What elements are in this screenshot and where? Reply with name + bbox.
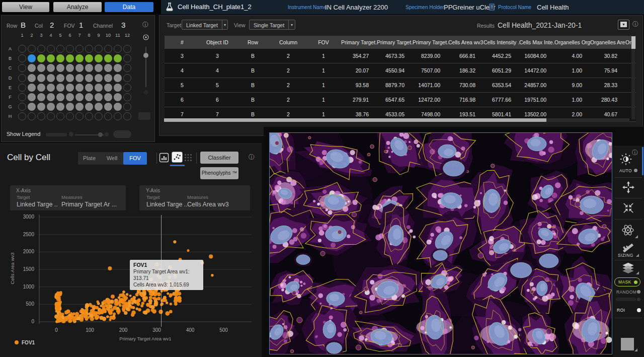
well-F2[interactable] (28, 93, 36, 101)
scatter-point[interactable] (80, 316, 84, 320)
well-F4[interactable] (47, 93, 55, 101)
scatter-point[interactable] (173, 240, 176, 243)
expand-corner[interactable] (635, 235, 638, 238)
column-header[interactable]: Primary Target… (377, 39, 413, 45)
rail-scroll-indicator[interactable] (642, 147, 643, 175)
scatter-point[interactable] (131, 311, 136, 315)
column-header[interactable]: Cells Area wv3 (448, 39, 484, 45)
well-A11[interactable] (114, 45, 122, 53)
scatter-point[interactable] (209, 254, 213, 258)
well-D7[interactable] (75, 74, 84, 82)
well-F12[interactable] (123, 93, 131, 101)
scatter-point[interactable] (149, 296, 152, 300)
column-header[interactable]: Organelles Org… (554, 39, 590, 45)
scatter-point[interactable] (111, 295, 115, 299)
well-D12[interactable] (123, 74, 131, 82)
expand-corner[interactable] (636, 254, 639, 257)
well-visibility-icon[interactable] (142, 34, 149, 41)
well-E3[interactable] (37, 84, 45, 92)
well-C10[interactable] (104, 64, 112, 72)
well-D3[interactable] (37, 74, 45, 82)
well-A6[interactable] (66, 45, 74, 53)
well-C3[interactable] (37, 64, 45, 72)
legend-label[interactable]: FOV1 (22, 340, 35, 345)
export-results-button[interactable]: ▼ (618, 20, 629, 30)
well-A5[interactable] (56, 45, 64, 53)
scatter-point[interactable] (97, 302, 100, 305)
scatter-point[interactable] (100, 316, 104, 320)
column-header[interactable]: Cells Max Inte… (519, 39, 554, 45)
scatter-point[interactable] (153, 297, 156, 300)
scatter-point[interactable] (124, 311, 127, 315)
table-row[interactable]: 66B21279.916547.6512472.00716.986777.661… (165, 93, 636, 107)
well-G7[interactable] (75, 103, 84, 111)
scatter-point[interactable] (109, 311, 113, 315)
scatter-point[interactable] (95, 317, 98, 320)
well-E11[interactable] (114, 84, 122, 92)
well-G12[interactable] (123, 103, 131, 111)
results-info-icon[interactable]: ⓘ (632, 21, 638, 27)
brightness-contrast-icon[interactable] (619, 153, 632, 166)
scatter-point[interactable] (122, 291, 125, 294)
well-F7[interactable] (75, 93, 84, 101)
layers-icon[interactable] (621, 262, 635, 275)
well-H4[interactable] (47, 112, 55, 120)
well-E2[interactable] (28, 84, 36, 92)
expand-corner[interactable] (636, 271, 639, 274)
scatter-point[interactable] (56, 307, 60, 311)
column-header[interactable]: # (165, 39, 200, 45)
x-axis-selector[interactable]: X-Axis Target Measures Linked Targe .. P… (10, 185, 126, 210)
well-H2[interactable] (28, 112, 36, 120)
vertical-scrollbar-thumb[interactable] (631, 36, 635, 49)
chevron-down-icon[interactable]: ▾ (288, 20, 295, 29)
scatter-point[interactable] (138, 308, 141, 311)
well-B4[interactable] (47, 54, 55, 62)
table-row[interactable]: 55B2193.588879.7014071.00730.086353.5424… (165, 78, 636, 93)
scatter-point[interactable] (55, 294, 59, 298)
scatter-point[interactable] (157, 297, 160, 300)
scatter-point[interactable] (164, 299, 167, 302)
well-G2[interactable] (28, 103, 36, 111)
column-header[interactable]: FOV (306, 39, 341, 45)
sizing-caliper-icon[interactable] (621, 241, 635, 253)
roi-toggle[interactable]: ROI (614, 307, 642, 314)
well-E1[interactable] (18, 84, 26, 92)
scatter-point[interactable] (59, 312, 62, 316)
scatter-point[interactable] (175, 297, 180, 302)
scatter-point[interactable] (84, 315, 88, 318)
well-C8[interactable] (85, 64, 93, 72)
scatter-point[interactable] (117, 307, 120, 310)
well-E7[interactable] (75, 84, 84, 92)
well-H3[interactable] (37, 112, 45, 120)
scatter-point[interactable] (143, 311, 147, 315)
well-B5[interactable] (56, 54, 64, 62)
snapshot-icon[interactable] (621, 338, 634, 350)
well-D11[interactable] (114, 74, 122, 82)
well-G10[interactable] (104, 103, 112, 111)
column-header[interactable]: Row (235, 39, 271, 45)
scatter-point[interactable] (174, 302, 178, 306)
well-F11[interactable] (114, 93, 122, 101)
well-D4[interactable] (47, 74, 55, 82)
well-B7[interactable] (75, 54, 84, 62)
tab-fov[interactable]: FOV (123, 152, 147, 165)
well-C2[interactable] (28, 64, 36, 72)
scatter-point[interactable] (64, 316, 68, 319)
well-A1[interactable] (18, 45, 26, 53)
scatter-point[interactable] (149, 302, 151, 305)
scatter-point[interactable] (137, 299, 140, 302)
well-F9[interactable] (95, 93, 103, 101)
well-H12[interactable] (123, 112, 131, 120)
scatter-point[interactable] (187, 249, 190, 252)
well-E10[interactable] (104, 84, 112, 92)
well-A10[interactable] (104, 45, 112, 53)
horizontal-scrollbar-thumb[interactable] (164, 118, 546, 122)
tab-view[interactable]: View (2, 2, 49, 12)
well-B2[interactable] (28, 54, 36, 62)
well-F3[interactable] (37, 93, 45, 101)
well-F8[interactable] (85, 93, 93, 101)
well-H9[interactable] (95, 112, 103, 120)
scatter-point[interactable] (140, 305, 143, 308)
well-D9[interactable] (95, 74, 103, 82)
scatter-point[interactable] (89, 303, 92, 306)
